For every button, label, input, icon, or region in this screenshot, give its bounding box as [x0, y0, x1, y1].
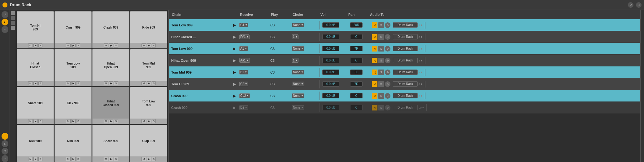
pad-solo-btn[interactable]: S	[38, 81, 42, 85]
pad-solo-btn[interactable]: S	[38, 157, 42, 161]
chain-arrow-4[interactable]: ▶	[232, 70, 238, 74]
left-btn-r[interactable]: R	[2, 148, 8, 155]
left-btn-arrow[interactable]: →	[2, 155, 8, 162]
s-btn-4[interactable]: S	[378, 70, 384, 75]
pad-play-btn[interactable]: ▶	[33, 119, 38, 123]
refresh-icon[interactable]: ↺	[628, 2, 633, 8]
pad-play-btn[interactable]: ▶	[71, 43, 76, 47]
pan-display-3[interactable]: C	[350, 58, 363, 63]
vol-display-4[interactable]: 0.0 dB	[322, 70, 339, 75]
pad-solo-btn[interactable]: S	[76, 119, 80, 123]
pad-tom-mid-909[interactable]: Tom Mid909 M ▶ S	[130, 49, 167, 86]
pan-display-0[interactable]: 20R	[350, 22, 363, 28]
scrollbar-right[interactable]	[640, 10, 644, 162]
pad-play-btn[interactable]: ▶	[147, 157, 151, 161]
pad-play-btn[interactable]: ▶	[33, 81, 38, 85]
chain-row-5[interactable]: Tom Hi 909 ▶ C2 ▼ C3	[169, 78, 640, 90]
io-btn-7[interactable]: ⊙	[385, 105, 390, 110]
left-btn-0[interactable]: ↺	[2, 11, 8, 18]
pad-play-btn[interactable]: ▶	[33, 157, 38, 161]
chain-arrow-6[interactable]: ▶	[232, 94, 238, 98]
pad-solo-btn[interactable]: S	[38, 119, 42, 123]
headphone-btn-0[interactable]: ◁	[372, 22, 377, 28]
pad-mute-btn[interactable]: M	[104, 119, 108, 123]
pad-mute-btn[interactable]: M	[104, 81, 108, 85]
chain-row-6[interactable]: Crash 909 ▶ C#2 ▼ C3	[169, 90, 640, 102]
headphone-btn-6[interactable]: ◁	[372, 93, 377, 99]
chain-row-0[interactable]: Tom Low 909 ▶ G1 ▼ C3	[169, 19, 640, 31]
pad-rim-909[interactable]: Rim 909 M ▶ S	[54, 125, 92, 162]
pad-mute-btn[interactable]: M	[66, 43, 71, 47]
s-btn-5[interactable]: S	[378, 81, 384, 87]
headphone-btn-3[interactable]: ◁	[372, 58, 377, 63]
io-btn-5[interactable]: ⊙	[385, 81, 390, 87]
pad-mute-btn[interactable]: M	[104, 43, 108, 47]
audio-to-display-3[interactable]: Drum Rack	[393, 58, 418, 63]
chain-row-7[interactable]: Crash 909 ▶ D2 ▼ C3	[169, 102, 640, 114]
pad-play-btn[interactable]: ▶	[71, 119, 76, 123]
receive-select-5[interactable]: C2 ▼	[239, 82, 248, 86]
chain-row-3[interactable]: Hihat Open 909 ▶ A#1 ▼ C3	[169, 55, 640, 66]
choke-select-1[interactable]: 1 ▼	[292, 34, 298, 39]
pad-solo-btn[interactable]: S	[114, 43, 118, 47]
pad-solo-btn[interactable]: S	[114, 81, 118, 85]
choke-select-4[interactable]: None ▼	[292, 70, 304, 74]
pad-clap-909[interactable]: Clap 909 M ▶ S	[130, 125, 167, 162]
audio-to-display-4[interactable]: Drum Rack	[393, 70, 418, 75]
s-btn-2[interactable]: S	[378, 46, 384, 52]
audio-to-display-6[interactable]: Drum Rack	[393, 93, 418, 98]
pad-tom-hi-909[interactable]: Tom Hi909 M ▶ S	[17, 11, 54, 48]
pad-solo-btn[interactable]: S	[76, 81, 80, 85]
io-btn-6[interactable]: ⊙	[385, 93, 390, 99]
choke-select-0[interactable]: None ▼	[292, 23, 304, 27]
receive-select-7[interactable]: D2 ▼	[239, 105, 248, 110]
pad-solo-btn[interactable]: S	[152, 81, 156, 85]
pad-mute-btn[interactable]: M	[28, 157, 33, 161]
pad-mute-btn[interactable]: M	[28, 119, 33, 123]
io-btn-4[interactable]: ⊙	[385, 70, 390, 75]
audio-to-display-7[interactable]: Drum Rack	[393, 105, 418, 110]
pad-mute-btn[interactable]: M	[28, 81, 33, 85]
pad-play-btn[interactable]: ▶	[147, 81, 151, 85]
pad-solo-btn[interactable]: S	[152, 119, 156, 123]
audio-to-display-1[interactable]: Drum Rack	[393, 34, 418, 39]
pan-display-1[interactable]: C	[350, 34, 363, 39]
vol-display-3[interactable]: 0.0 dB	[322, 58, 339, 63]
s-btn-1[interactable]: S	[378, 34, 384, 40]
choke-select-3[interactable]: 1 ▼	[292, 58, 298, 63]
pad-play-btn[interactable]: ▶	[109, 81, 113, 85]
pan-display-5[interactable]: 7R	[350, 81, 363, 87]
vol-display-1[interactable]: 0.0 dB	[322, 34, 339, 39]
pad-play-btn[interactable]: ▶	[109, 157, 113, 161]
receive-select-6[interactable]: C#2 ▼	[239, 93, 250, 98]
chain-row-1[interactable]: Hihat Closed ... ▶ F#1 ▼ C3	[169, 31, 640, 43]
s-btn-7[interactable]: S	[378, 105, 384, 110]
left-btn-bottom[interactable]: ⋱	[2, 133, 8, 140]
pad-tom-low-909-2[interactable]: Tom Low909 M ▶ S	[130, 87, 167, 124]
pad-mute-btn[interactable]: M	[141, 119, 146, 123]
audio-to-display-2[interactable]: Drum Rack	[393, 46, 418, 51]
left-btn-2[interactable]: ≡	[2, 26, 8, 33]
pad-play-btn[interactable]: ▶	[33, 43, 38, 47]
s-btn-6[interactable]: S	[378, 93, 384, 99]
vol-display-5[interactable]: 0.0 dB	[322, 81, 339, 87]
pad-mute-btn[interactable]: M	[66, 157, 71, 161]
receive-select-1[interactable]: F#1 ▼	[239, 34, 250, 39]
choke-select-2[interactable]: None ▼	[292, 46, 304, 51]
pad-play-btn[interactable]: ▶	[71, 81, 76, 85]
vol-display-6[interactable]: 0.0 dB	[322, 93, 339, 98]
headphone-btn-5[interactable]: ◁	[372, 81, 377, 87]
pad-solo-btn[interactable]: S	[76, 43, 80, 47]
headphone-btn-4[interactable]: ◁	[372, 70, 377, 75]
chain-arrow-2[interactable]: ▶	[232, 47, 238, 51]
io-btn-1[interactable]: ⊙	[385, 34, 390, 40]
pad-mute-btn[interactable]: M	[66, 81, 71, 85]
pad-play-btn[interactable]: ▶	[109, 119, 113, 123]
chain-arrow-3[interactable]: ▶	[232, 58, 238, 63]
receive-select-0[interactable]: G1 ▼	[239, 23, 248, 27]
chain-arrow-1[interactable]: ▶	[232, 35, 238, 39]
receive-select-3[interactable]: A#1 ▼	[239, 58, 250, 63]
choke-select-7[interactable]: None ▼	[292, 105, 304, 110]
pad-mute-btn[interactable]: M	[104, 157, 108, 161]
pad-mute-btn[interactable]: M	[141, 43, 146, 47]
